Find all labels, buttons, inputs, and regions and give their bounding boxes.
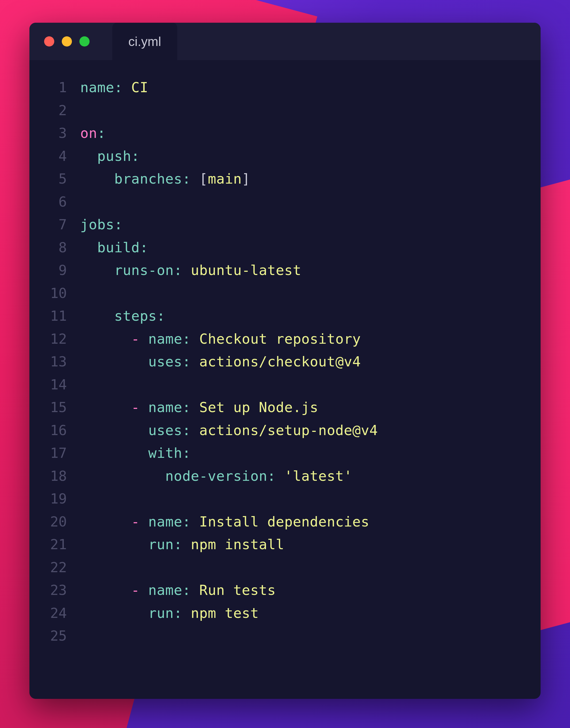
line-content: branches: [main] [67,167,250,191]
line-number: 20 [43,510,67,533]
line-content: steps: [67,305,165,328]
code-line: 6 [43,191,541,214]
line-number: 21 [43,533,67,556]
line-content: on: [67,122,105,145]
tab-filename: ci.yml [128,34,161,49]
line-number: 3 [43,122,67,145]
line-number: 11 [43,305,67,328]
code-line: 18 node-version: 'latest' [43,465,541,488]
code-line: 23 - name: Run tests [43,579,541,602]
code-line: 4 push: [43,145,541,168]
code-line: 2 [43,99,541,122]
code-line: 15 - name: Set up Node.js [43,396,541,419]
code-line: 8 build: [43,236,541,259]
line-content: uses: actions/setup-node@v4 [67,419,378,442]
title-bar: ci.yml [29,23,541,60]
line-number: 9 [43,259,67,282]
line-number: 14 [43,373,67,396]
line-content: build: [67,236,148,259]
line-number: 5 [43,167,67,191]
line-number: 23 [43,579,67,602]
code-line: 10 [43,282,541,305]
line-number: 15 [43,396,67,419]
line-content: uses: actions/checkout@v4 [67,350,361,373]
code-line: 25 [43,625,541,648]
code-line: 24 run: npm test [43,602,541,625]
code-line: 3on: [43,122,541,145]
line-number: 19 [43,487,67,510]
code-line: 13 uses: actions/checkout@v4 [43,350,541,373]
line-content: run: npm install [67,533,284,556]
line-number: 10 [43,282,67,305]
line-content: - name: Checkout repository [67,328,361,351]
minimize-button[interactable] [62,36,72,46]
line-content: push: [67,145,140,168]
close-button[interactable] [44,36,54,46]
line-content: with: [67,442,191,465]
line-number: 7 [43,213,67,236]
editor-window: ci.yml 1name: CI23on:4 push:5 branches: … [29,23,541,699]
line-content: runs-on: ubuntu-latest [67,259,301,282]
line-content: run: npm test [67,602,259,625]
line-number: 8 [43,236,67,259]
line-content: jobs: [67,213,123,236]
code-area[interactable]: 1name: CI23on:4 push:5 branches: [main]6… [29,60,541,664]
line-number: 13 [43,350,67,373]
code-line: 1name: CI [43,76,541,99]
code-line: 9 runs-on: ubuntu-latest [43,259,541,282]
line-number: 25 [43,625,67,648]
maximize-button[interactable] [79,36,89,46]
line-number: 4 [43,145,67,168]
code-line: 12 - name: Checkout repository [43,328,541,351]
line-number: 1 [43,76,67,99]
line-content: - name: Set up Node.js [67,396,318,419]
code-line: 17 with: [43,442,541,465]
line-number: 17 [43,442,67,465]
line-number: 22 [43,556,67,579]
traffic-lights [44,36,89,46]
code-line: 20 - name: Install dependencies [43,510,541,533]
code-line: 22 [43,556,541,579]
line-number: 16 [43,419,67,442]
line-content: name: CI [67,76,148,99]
code-line: 5 branches: [main] [43,167,541,191]
code-line: 19 [43,487,541,510]
line-number: 6 [43,191,67,214]
line-content: node-version: 'latest' [67,465,352,488]
line-content: - name: Install dependencies [67,510,369,533]
code-line: 16 uses: actions/setup-node@v4 [43,419,541,442]
code-line: 11 steps: [43,305,541,328]
line-number: 24 [43,602,67,625]
line-content: - name: Run tests [67,579,276,602]
file-tab[interactable]: ci.yml [112,23,177,60]
line-number: 2 [43,99,67,122]
code-line: 7jobs: [43,213,541,236]
code-line: 14 [43,373,541,396]
line-number: 18 [43,465,67,488]
code-line: 21 run: npm install [43,533,541,556]
line-number: 12 [43,328,67,351]
